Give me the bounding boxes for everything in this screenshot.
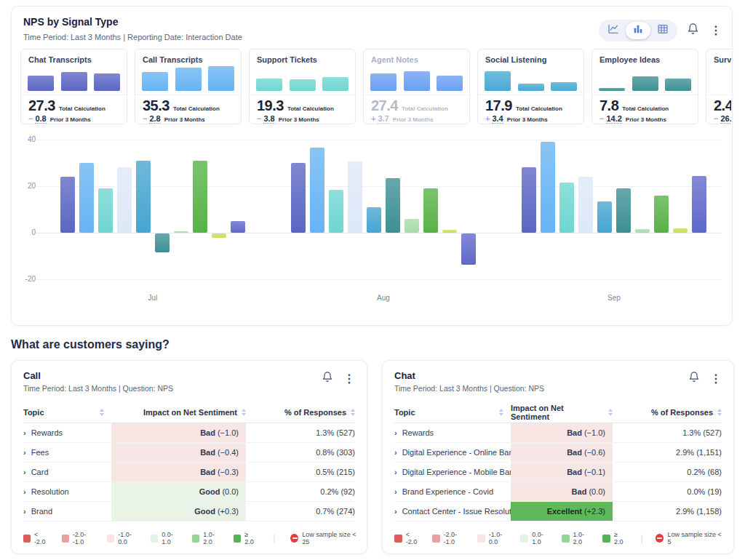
chart-bar[interactable] bbox=[348, 161, 362, 233]
prior-value[interactable]: 2.8 bbox=[149, 114, 160, 124]
notification-bell-button[interactable] bbox=[688, 371, 700, 386]
column-header[interactable]: Impact on Net Sentiment bbox=[511, 404, 613, 421]
table-row[interactable]: ›FeesBad (−0.4)0.8% (303) bbox=[23, 443, 355, 463]
signal-card-title: Call Transcripts bbox=[135, 49, 241, 65]
sort-icon[interactable] bbox=[100, 409, 104, 416]
signal-card[interactable]: Social Listening17.9Total Calculation+3.… bbox=[477, 49, 584, 124]
signal-card[interactable]: Survey2.4Total Calculation−26.8Prior 3 M… bbox=[706, 49, 731, 124]
table-row[interactable]: ›Brand Experience - CovidBad (0.0)0.0% (… bbox=[394, 482, 722, 502]
legend-item: ≥ 2.0 bbox=[234, 531, 258, 545]
signal-card[interactable]: Employee Ideas7.8Total Calculation−14.2P… bbox=[591, 49, 698, 124]
chart-bar[interactable] bbox=[212, 233, 226, 238]
chart-bar[interactable] bbox=[616, 188, 631, 233]
prior-value[interactable]: 0.8 bbox=[35, 114, 46, 124]
column-header[interactable]: % of Responses bbox=[246, 408, 355, 417]
expand-chevron-icon[interactable]: › bbox=[394, 507, 397, 516]
expand-chevron-icon[interactable]: › bbox=[23, 487, 26, 496]
column-header[interactable]: Topic bbox=[23, 408, 111, 417]
signal-card[interactable]: Agent Notes27.4Total Calculation+3.7Prio… bbox=[363, 49, 470, 124]
topic-cell: ›Fees bbox=[23, 448, 111, 457]
column-header[interactable]: Topic bbox=[394, 408, 511, 417]
more-options-button[interactable]: ⋮ bbox=[342, 373, 356, 385]
sort-up-arrow bbox=[499, 409, 503, 412]
chart-bar[interactable] bbox=[442, 230, 457, 233]
nps-by-signal-type-card: NPS by Signal Type Time Period: Last 3 M… bbox=[11, 6, 733, 326]
chart-bar[interactable] bbox=[635, 229, 650, 233]
chart-bar[interactable] bbox=[117, 167, 132, 233]
chart-bar[interactable] bbox=[367, 207, 381, 233]
signal-card-mini-chart bbox=[250, 65, 355, 95]
more-options-button[interactable]: ⋮ bbox=[709, 373, 723, 385]
table-row[interactable]: ›RewardsBad (−1.0)1.3% (527) bbox=[23, 423, 355, 443]
table-row[interactable]: ›Digital Experience - Mobile Banking/App… bbox=[394, 463, 722, 482]
total-value: 19.3 bbox=[257, 97, 284, 114]
chart-bar[interactable] bbox=[578, 177, 593, 233]
legend-color-swatch bbox=[562, 535, 570, 543]
signal-card[interactable]: Support Tickets19.3Total Calculation−3.8… bbox=[249, 49, 356, 124]
table-row[interactable]: ›ResolutionGood (0.0)0.2% (92) bbox=[23, 482, 355, 502]
chart-bar[interactable] bbox=[329, 190, 343, 233]
chart-bar[interactable] bbox=[559, 183, 574, 233]
chart-bar[interactable] bbox=[522, 167, 536, 233]
notification-bell-button[interactable] bbox=[322, 371, 333, 386]
chart-bar[interactable] bbox=[231, 221, 245, 233]
expand-chevron-icon[interactable]: › bbox=[23, 468, 26, 476]
expand-chevron-icon[interactable]: › bbox=[394, 428, 397, 437]
prior-value[interactable]: 14.2 bbox=[606, 114, 621, 124]
chart-bar[interactable] bbox=[291, 163, 306, 233]
expand-chevron-icon[interactable]: › bbox=[23, 507, 26, 516]
chart-bar[interactable] bbox=[136, 161, 151, 233]
prior-value[interactable]: 3.4 bbox=[492, 114, 503, 124]
table-header-row: TopicImpact on Net Sentiment% of Respons… bbox=[23, 401, 355, 423]
chart-bar[interactable] bbox=[174, 231, 188, 233]
impact-value: (+2.3) bbox=[584, 507, 605, 516]
topic-label: Rewards bbox=[402, 428, 434, 437]
chart-bar[interactable] bbox=[461, 233, 476, 265]
bar-chart-toggle-button[interactable] bbox=[626, 22, 650, 39]
chart-bar[interactable] bbox=[541, 142, 555, 233]
chart-bar[interactable] bbox=[673, 228, 688, 233]
more-options-button[interactable]: ⋮ bbox=[709, 25, 723, 36]
column-header[interactable]: % of Responses bbox=[613, 408, 722, 417]
expand-chevron-icon[interactable]: › bbox=[23, 448, 26, 457]
y-axis-tick-label: 0 bbox=[18, 228, 36, 236]
prior-value[interactable]: 3.8 bbox=[263, 114, 274, 124]
signal-card-total: 27.4Total Calculation bbox=[364, 95, 469, 114]
chart-bar[interactable] bbox=[60, 177, 75, 233]
signal-card-total: 7.8Total Calculation bbox=[592, 95, 698, 114]
prior-value[interactable]: 3.7 bbox=[378, 114, 389, 124]
sort-icon[interactable] bbox=[717, 409, 722, 416]
chart-bar[interactable] bbox=[423, 188, 438, 233]
chart-bar[interactable] bbox=[692, 176, 706, 233]
impact-cell: Good (0.0) bbox=[111, 482, 246, 501]
notification-bell-button[interactable] bbox=[687, 23, 699, 39]
prior-value[interactable]: 26.8 bbox=[720, 114, 731, 124]
table-view-toggle-button[interactable] bbox=[650, 22, 675, 39]
table-row[interactable]: ›BrandGood (+0.3)0.7% (274) bbox=[23, 502, 355, 521]
chart-bar[interactable] bbox=[155, 233, 170, 252]
expand-chevron-icon[interactable]: › bbox=[394, 487, 397, 496]
chart-bar[interactable] bbox=[98, 188, 113, 233]
topic-cell: ›Card bbox=[23, 468, 111, 476]
expand-chevron-icon[interactable]: › bbox=[394, 468, 397, 476]
chart-bar[interactable] bbox=[79, 163, 94, 233]
chart-bar[interactable] bbox=[597, 201, 612, 233]
column-header[interactable]: Impact on Net Sentiment bbox=[111, 408, 246, 417]
chart-bar[interactable] bbox=[405, 219, 419, 233]
signal-card-title: Survey bbox=[706, 49, 731, 65]
signal-card[interactable]: Chat Transcripts27.3Total Calculation−0.… bbox=[20, 49, 127, 124]
sort-icon[interactable] bbox=[351, 409, 355, 416]
table-row[interactable]: ›CardBad (−0.3)0.5% (215) bbox=[23, 463, 355, 482]
chart-bar[interactable] bbox=[654, 196, 669, 233]
chart-bar[interactable] bbox=[386, 178, 400, 233]
signal-card[interactable]: Call Transcripts35.3Total Calculation−2.… bbox=[135, 49, 242, 124]
table-row[interactable]: ›RewardsBad (−1.0)1.3% (527) bbox=[394, 423, 722, 443]
chart-bar[interactable] bbox=[310, 148, 324, 233]
table-row[interactable]: ›Contact Center - Issue ResolutionExcell… bbox=[394, 502, 722, 521]
expand-chevron-icon[interactable]: › bbox=[394, 448, 397, 457]
sort-icon[interactable] bbox=[499, 409, 503, 416]
table-row[interactable]: ›Digital Experience - Online Banking/Web… bbox=[394, 443, 722, 463]
chart-bar[interactable] bbox=[193, 161, 207, 233]
expand-chevron-icon[interactable]: › bbox=[23, 428, 26, 437]
line-chart-toggle-button[interactable] bbox=[601, 22, 626, 39]
